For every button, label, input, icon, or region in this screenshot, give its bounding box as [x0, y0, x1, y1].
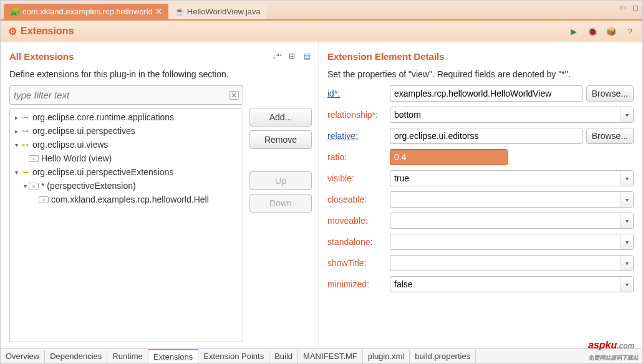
- minimized-combo[interactable]: ▾: [390, 276, 634, 292]
- form-row-minimized: minimized: ▾: [327, 276, 634, 292]
- minimize-icon[interactable]: ▭: [619, 3, 626, 12]
- java-icon: ☕: [175, 7, 185, 16]
- chevron-down-icon[interactable]: ▾: [621, 234, 633, 249]
- form-row-showtitle: showTitle: ▾: [327, 255, 634, 271]
- showtitle-input[interactable]: [390, 256, 621, 271]
- closeable-label: closeable:: [327, 194, 386, 204]
- filter-input[interactable]: [14, 87, 229, 103]
- browse-button[interactable]: Browse...: [586, 85, 634, 102]
- editor-tab-active[interactable]: 🧩 com.xkland.examples.rcp.helloworld ✕: [4, 4, 168, 19]
- visible-combo[interactable]: ▾: [390, 170, 634, 186]
- tab-manifest[interactable]: MANIFEST.MF: [298, 350, 363, 363]
- page-title: ⚙ Extensions: [8, 26, 569, 37]
- tab-label: com.xkland.examples.rcp.helloworld: [22, 7, 153, 16]
- tree-item[interactable]: ▾x * (perspectiveExtension): [10, 179, 243, 193]
- left-body: ✕ ▸⊶ org.eclipse.core.runtime.applicatio…: [9, 85, 312, 342]
- ratio-label: ratio:: [327, 152, 386, 162]
- tab-plugin-xml[interactable]: plugin.xml: [363, 350, 410, 363]
- tab-runtime[interactable]: Runtime: [107, 350, 148, 363]
- ratio-input[interactable]: [390, 149, 508, 165]
- editor-header: ⚙ Extensions ▶ 🐞 📦 ?: [1, 19, 642, 42]
- tab-build[interactable]: Build: [269, 350, 298, 363]
- export-icon[interactable]: 📦: [606, 26, 616, 36]
- tab-overview[interactable]: Overview: [1, 350, 45, 363]
- moveable-combo[interactable]: ▾: [390, 213, 634, 229]
- tree-item[interactable]: x com.xkland.examples.rcp.helloworld.Hel…: [10, 193, 243, 206]
- watermark-sub: 免费网站源码下载站: [588, 355, 639, 361]
- close-icon[interactable]: ✕: [155, 7, 162, 16]
- moveable-input[interactable]: [390, 213, 621, 228]
- relative-label[interactable]: relative:: [327, 131, 386, 141]
- debug-icon[interactable]: 🐞: [587, 26, 597, 36]
- run-icon[interactable]: ▶: [569, 26, 579, 36]
- relationship-label: relationship*:: [327, 110, 386, 120]
- tree-item[interactable]: ▸⊶ org.eclipse.ui.perspectives: [10, 124, 243, 138]
- right-panel-title: Extension Element Details: [327, 51, 634, 62]
- tab-dependencies[interactable]: Dependencies: [45, 350, 107, 363]
- moveable-label: moveable:: [327, 216, 386, 226]
- down-button: Down: [249, 194, 312, 213]
- main-area: All Extensions ↓ᵃᶻ ⊟ ▤ Define extensions…: [1, 42, 642, 348]
- closeable-combo[interactable]: ▾: [390, 191, 634, 208]
- chevron-down-icon[interactable]: ▾: [621, 171, 633, 186]
- right-subtitle: Set the properties of "view". Required f…: [327, 69, 634, 79]
- tab-extension-points[interactable]: Extension Points: [198, 350, 269, 363]
- form-row-standalone: standalone: ▾: [327, 234, 634, 250]
- tree-item[interactable]: x Hello World (view): [10, 151, 243, 165]
- showtitle-combo[interactable]: ▾: [390, 255, 634, 271]
- tree-label: org.eclipse.ui.views: [32, 140, 108, 150]
- minimized-input[interactable]: [390, 277, 621, 292]
- visible-label: visible:: [327, 173, 386, 183]
- chevron-down-icon[interactable]: ▾: [621, 256, 633, 271]
- relative-input[interactable]: [390, 128, 583, 144]
- window-controls: ▭ ◻: [619, 3, 639, 12]
- form-row-id: id*: Browse...: [327, 85, 634, 102]
- chevron-down-icon[interactable]: ▾: [621, 192, 633, 207]
- tab-build-properties[interactable]: build.properties: [410, 350, 476, 363]
- id-input[interactable]: [390, 85, 583, 102]
- editor-tab-inactive[interactable]: ☕ HelloWorldView.java: [168, 4, 267, 19]
- tree-label: org.eclipse.ui.perspectives: [32, 126, 135, 136]
- closeable-input[interactable]: [390, 192, 621, 207]
- watermark-main: aspku: [588, 340, 617, 350]
- chevron-down-icon[interactable]: ▾: [621, 213, 633, 228]
- remove-button[interactable]: Remove: [249, 130, 312, 149]
- form-row-relative: relative: Browse...: [327, 128, 634, 144]
- maximize-icon[interactable]: ◻: [632, 3, 639, 12]
- collapse-icon[interactable]: ⊟: [287, 51, 297, 61]
- browse-button[interactable]: Browse...: [586, 128, 634, 144]
- tree-item[interactable]: ▾⊶ org.eclipse.ui.views: [10, 138, 243, 151]
- left-panel-title: All Extensions: [9, 51, 272, 62]
- chevron-down-icon[interactable]: ▾: [621, 277, 633, 292]
- expand-icon[interactable]: ▤: [302, 51, 312, 61]
- relationship-combo[interactable]: ▾: [390, 107, 634, 123]
- tab-label: HelloWorldView.java: [187, 7, 261, 16]
- chevron-down-icon[interactable]: ▾: [621, 107, 633, 122]
- form-row-visible: visible: ▾: [327, 170, 634, 186]
- extensions-tree[interactable]: ▸⊶ org.eclipse.core.runtime.applications…: [9, 108, 243, 342]
- tree-item[interactable]: ▸⊶ org.eclipse.core.runtime.applications: [10, 110, 243, 124]
- standalone-input[interactable]: [390, 234, 621, 249]
- sort-icon[interactable]: ↓ᵃᶻ: [272, 51, 282, 61]
- relationship-input[interactable]: [390, 107, 621, 122]
- page-title-text: Extensions: [21, 26, 74, 37]
- watermark-suffix: .com: [617, 342, 634, 350]
- left-subtitle: Define extensions for this plug-in in th…: [9, 69, 312, 79]
- add-button[interactable]: Add...: [249, 108, 312, 127]
- tree-item[interactable]: ▾⊶ org.eclipse.ui.perspectiveExtensions: [10, 165, 243, 179]
- tab-extensions[interactable]: Extensions: [148, 349, 199, 363]
- clear-filter-icon[interactable]: ✕: [229, 91, 239, 100]
- button-column: Add... Remove Up Down: [249, 85, 312, 342]
- standalone-combo[interactable]: ▾: [390, 234, 634, 250]
- filter-wrap: ✕: [9, 85, 243, 105]
- visible-input[interactable]: [390, 171, 621, 186]
- extensions-icon: ⚙: [8, 26, 17, 37]
- tree-label: com.xkland.examples.rcp.helloworld.Hell: [51, 194, 209, 204]
- details-form: id*: Browse... relationship*: ▾ relative…: [327, 85, 634, 292]
- all-extensions-panel: All Extensions ↓ᵃᶻ ⊟ ▤ Define extensions…: [1, 42, 319, 348]
- help-icon[interactable]: ?: [625, 26, 635, 36]
- form-row-moveable: moveable: ▾: [327, 213, 634, 229]
- tree-label: org.eclipse.core.runtime.applications: [32, 112, 174, 122]
- id-label[interactable]: id*:: [327, 89, 386, 98]
- editor-tab-bar: 🧩 com.xkland.examples.rcp.helloworld ✕ ☕…: [1, 1, 642, 19]
